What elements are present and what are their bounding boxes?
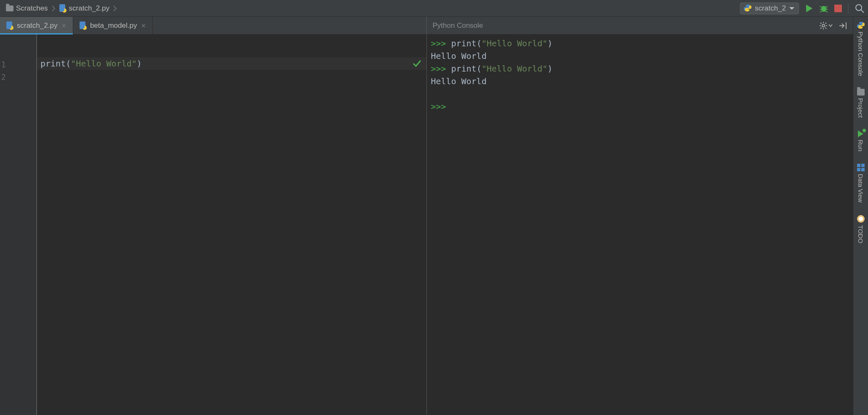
close-icon[interactable]: × <box>140 22 146 29</box>
svg-point-14 <box>8 25 11 29</box>
python-file-icon <box>79 21 87 30</box>
console-line: >>> print("Hello World") <box>431 62 849 75</box>
tool-todo[interactable]: TODO <box>857 215 865 243</box>
tool-label: Run <box>857 140 864 152</box>
console-title: Python Console <box>433 21 483 30</box>
svg-line-26 <box>820 27 822 29</box>
svg-line-4 <box>820 6 822 8</box>
run-button[interactable] <box>805 4 813 13</box>
breadcrumb-separator-icon <box>51 4 56 13</box>
token-string: "Hello World" <box>71 59 137 69</box>
python-icon <box>744 4 751 13</box>
token-function: print <box>40 59 66 69</box>
editor-tab-label: beta_model.py <box>90 21 137 30</box>
editor-gutter: 1 2 <box>0 35 36 415</box>
toolbar-divider <box>848 4 849 13</box>
editor-tab-label: scratch_2.py <box>17 21 57 30</box>
svg-line-23 <box>820 23 822 24</box>
tool-run[interactable]: Run <box>857 130 864 152</box>
breadcrumb-folder-label: Scratches <box>16 4 48 13</box>
debug-button[interactable] <box>819 4 828 13</box>
svg-point-10 <box>856 5 862 11</box>
run-configuration-label: scratch_2 <box>755 4 786 13</box>
token-punct: ) <box>137 59 142 69</box>
tool-python-console[interactable]: Python Console <box>857 21 865 76</box>
console-settings-button[interactable] <box>819 21 833 30</box>
python-file-icon <box>6 21 13 30</box>
svg-line-8 <box>820 11 822 12</box>
breadcrumb-file[interactable]: scratch_2.py <box>56 3 112 13</box>
console-line: >>> print("Hello World") <box>431 37 849 50</box>
main-split: scratch_2.py × beta_model.py × 1 2 <box>0 17 868 415</box>
token-punct: ( <box>66 59 71 69</box>
console-output[interactable]: >>> print("Hello World")Hello World>>> p… <box>427 35 853 415</box>
console-header: Python Console <box>427 17 853 35</box>
breadcrumb-folder[interactable]: Scratches <box>3 3 51 13</box>
console-line <box>431 88 849 100</box>
search-button[interactable] <box>855 3 865 13</box>
console-pane: Python Console <box>427 17 853 415</box>
run-icon <box>858 130 863 137</box>
svg-line-11 <box>861 10 864 13</box>
svg-line-25 <box>825 23 827 24</box>
editor-area: 1 2 print("Hello World") <box>0 35 426 415</box>
console-line: >>> <box>431 100 849 113</box>
svg-point-17 <box>81 25 85 29</box>
todo-icon <box>857 215 865 223</box>
svg-point-18 <box>822 24 825 27</box>
tool-label: Python Console <box>857 32 864 76</box>
code-line: print("Hello World") <box>40 57 426 70</box>
svg-point-2 <box>61 8 64 11</box>
folder-icon <box>857 89 865 96</box>
tool-project[interactable]: Project <box>857 89 865 118</box>
breadcrumb-file-label: scratch_2.py <box>69 4 109 13</box>
inspection-ok-icon[interactable] <box>412 56 421 69</box>
hide-console-button[interactable] <box>839 21 847 30</box>
tool-data-view[interactable]: Data View <box>857 164 865 202</box>
console-line: Hello World <box>431 50 849 62</box>
code-editor[interactable]: print("Hello World") <box>36 35 426 415</box>
breadcrumb-separator-icon <box>113 4 117 13</box>
line-number: 1 <box>0 58 36 71</box>
chevron-down-icon <box>789 7 794 10</box>
close-icon[interactable]: × <box>61 22 67 29</box>
tool-label: TODO <box>857 225 864 243</box>
toolbar-right: scratch_2 <box>740 3 865 14</box>
top-toolbar: Scratches scratch_2.py <box>0 0 868 17</box>
console-line: Hello World <box>431 75 849 88</box>
tool-label: Data View <box>857 174 864 202</box>
folder-icon <box>6 5 13 11</box>
editor-tab-scratch-2[interactable]: scratch_2.py × <box>0 17 73 34</box>
editor-tabs: scratch_2.py × beta_model.py × <box>0 17 426 35</box>
editor-pane: scratch_2.py × beta_model.py × 1 2 <box>0 17 427 415</box>
grid-icon <box>857 164 865 171</box>
python-file-icon <box>59 4 67 13</box>
run-configuration-selector[interactable]: scratch_2 <box>740 3 799 14</box>
tool-label: Project <box>857 98 864 118</box>
svg-line-24 <box>825 27 827 29</box>
python-icon <box>857 21 865 29</box>
editor-tab-beta-model[interactable]: beta_model.py × <box>73 17 153 34</box>
svg-line-5 <box>825 6 828 8</box>
breadcrumb: Scratches scratch_2.py <box>3 3 117 13</box>
stop-button[interactable] <box>834 5 842 12</box>
svg-line-9 <box>825 11 828 12</box>
line-number: 2 <box>0 71 36 83</box>
right-tool-rail: Python Console Project Run Data View TOD… <box>853 17 868 415</box>
